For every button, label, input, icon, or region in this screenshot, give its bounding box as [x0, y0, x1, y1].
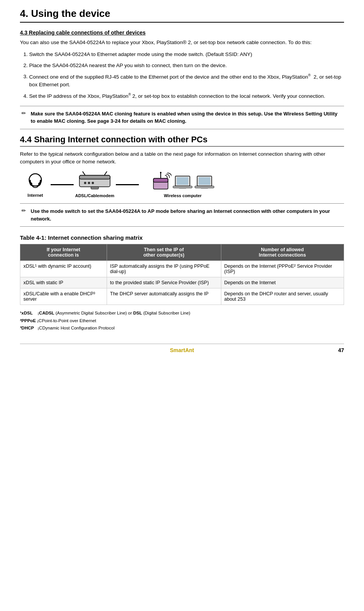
internet-icon — [25, 172, 45, 192]
svg-rect-8 — [91, 187, 99, 189]
svg-point-7 — [92, 182, 94, 184]
svg-line-3 — [82, 171, 85, 175]
svg-rect-20 — [201, 188, 208, 189]
table-row: xDSL/Cable with a enable DHCP³ serverThe… — [20, 288, 344, 305]
svg-rect-18 — [199, 177, 210, 185]
diagram-line-2 — [116, 184, 139, 185]
table-cell-2-0: xDSL/Cable with a enable DHCP³ server — [20, 288, 107, 305]
diagram-line-1 — [51, 184, 74, 185]
svg-line-4 — [104, 171, 107, 175]
footer-page-number: 47 — [338, 347, 344, 353]
svg-point-6 — [88, 182, 90, 184]
col-header-1: If your Internetconnection is — [20, 244, 107, 261]
table-cell-0-0: xDSL¹ with dynamic IP account) — [20, 261, 107, 277]
step-3: Connect one end of the supplied RJ-45 ca… — [29, 73, 344, 89]
internet-sharing-table: If your Internetconnection is Then set t… — [20, 244, 344, 305]
laptop-icon-2 — [194, 171, 215, 193]
section-43-heading: 4.3 Replacing cable connections of other… — [20, 30, 344, 36]
svg-point-12 — [160, 172, 161, 173]
table-cell-1-1: to the provided static IP Service Provid… — [107, 277, 221, 288]
internet-item: Internet — [20, 172, 51, 198]
step-2: Place the SAA04-05224A nearest the AP yo… — [29, 62, 344, 70]
table-cell-0-1: ISP automatically assigns the IP (using … — [107, 261, 221, 277]
svg-rect-15 — [173, 186, 192, 188]
wireless-icons-row — [150, 171, 215, 193]
pencil-icon-44: ✏ — [21, 208, 26, 214]
table-cell-1-2: Depends on the Internet — [221, 277, 344, 288]
footnote-3: ³DHCP ¡CDynamic Host Configuration Proto… — [20, 324, 344, 332]
section-44-intro: Refer to the typical network configurati… — [20, 150, 344, 166]
wireless-label: Wireless computer — [164, 193, 201, 198]
page-title: 4. Using the device — [20, 8, 344, 23]
col-header-2: Then set the IP ofother computer(s) — [107, 244, 221, 261]
network-diagram: Internet ADSL/Cablemodem — [20, 171, 344, 198]
svg-rect-19 — [195, 186, 214, 188]
page-footer: SmartAnt 47 — [20, 344, 344, 353]
svg-rect-14 — [177, 177, 188, 185]
internet-label: Internet — [28, 193, 43, 198]
table-header-row: If your Internetconnection is Then set t… — [20, 244, 344, 261]
footnote-2: ²PPPoE ¡CPoint-to-Point over Ethernet — [20, 317, 344, 325]
section-44-heading: 4.4 Sharing Internet connection with oth… — [20, 135, 344, 147]
table-cell-0-2: Depends on the Internet (PPPoE² Service … — [221, 261, 344, 277]
modem-item: ADSL/Cablemodem — [74, 171, 116, 198]
modem-label: ADSL/Cablemodem — [75, 193, 114, 198]
modem-icon — [77, 171, 112, 193]
step-4: Set the IP address of the Xbox, PlayStat… — [29, 92, 344, 100]
wireless-group: Wireless computer — [150, 171, 215, 198]
svg-point-5 — [84, 182, 86, 184]
saa-device-icon — [150, 171, 171, 193]
table-title: Table 4-1: Internet connection sharing m… — [20, 234, 344, 241]
footnote-1: ¹xDSL ¡CADSL (Asymmetric Digital Subscri… — [20, 310, 344, 317]
footnotes: ¹xDSL ¡CADSL (Asymmetric Digital Subscri… — [20, 310, 344, 332]
col-header-3: Number of allowedInternet connections — [221, 244, 344, 261]
note-text-43: Make sure the SAA04-05224A MAC cloning f… — [31, 110, 339, 125]
note-box-43: ✏ Make sure the SAA04-05224A MAC cloning… — [20, 106, 344, 129]
table-cell-1-0: xDSL with static IP — [20, 277, 107, 288]
section-43-steps: Switch the SAA04-05224A to Ethernet adap… — [29, 51, 344, 100]
table-cell-2-1: The DHCP server automatically assigns th… — [107, 288, 221, 305]
table-row: xDSL¹ with dynamic IP account)ISP automa… — [20, 261, 344, 277]
table-cell-2-2: Depends on the DHCP router and server, u… — [221, 288, 344, 305]
note-text-44: Use the mode switch to set the SAA04-052… — [31, 208, 339, 222]
svg-rect-16 — [179, 188, 186, 189]
table-row: xDSL with static IPto the provided stati… — [20, 277, 344, 288]
svg-rect-2 — [79, 175, 110, 179]
pencil-icon: ✏ — [21, 110, 26, 116]
svg-rect-10 — [153, 178, 168, 182]
footer-brand: SmartAnt — [170, 347, 194, 353]
laptop-icon-1 — [172, 171, 193, 193]
note-box-44: ✏ Use the mode switch to set the SAA04-0… — [20, 203, 344, 227]
section-43-intro: You can also use the SAA04-05224A to rep… — [20, 39, 344, 47]
step-1: Switch the SAA04-05224A to Ethernet adap… — [29, 51, 344, 59]
